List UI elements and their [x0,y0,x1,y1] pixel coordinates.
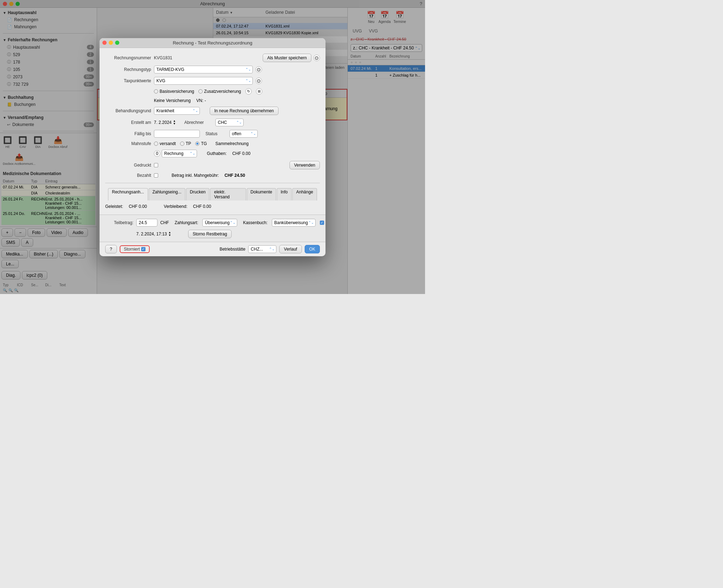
gedruckt-label: Gedruckt [105,163,151,168]
versandt-option[interactable]: versandt [154,141,176,146]
modal-tab-bar: Rechnungsanh... Zahlungseing... Drucken … [105,188,320,200]
verbleibend-value: CHF 0.00 [193,204,211,209]
zusatzversicherung-radio[interactable] [198,89,203,94]
footer-right: Betriebsstätte CHZ... Verlauf OK [220,245,320,253]
zahlungsart-dropdown[interactable]: Überweisung [203,219,237,226]
status-dropdown[interactable]: offen [230,130,249,137]
vn-label: VN: - [196,98,206,103]
rechnung-dropdown[interactable]: Rechnung [162,150,191,157]
storno-restbetrag-button[interactable]: Storno Restbetrag [188,230,232,238]
guthaben-value: CHF 0.00 [232,151,250,156]
faellig-status-row: Fällig bis Status offen [105,130,320,138]
tg-radio[interactable] [195,142,199,146]
tp-option[interactable]: TP [180,141,191,146]
faellig-bis-input[interactable] [154,130,200,138]
versandt-radio[interactable] [154,142,158,146]
currency-label: CHF [160,220,169,225]
behandlungsgrund-dropdown[interactable]: Krankheit [154,107,181,114]
tg-label: TG [201,141,207,146]
als-muster-button[interactable]: Als Muster speichern [263,54,311,62]
erstellt-am-control: 7. 2.2024 ▲ ▼ [154,120,176,125]
tg-option[interactable]: TG [195,141,207,146]
verwenden-button[interactable]: Verwenden [289,161,320,169]
ok-button[interactable]: OK [305,245,320,253]
in-neue-rechnung-button[interactable]: In neue Rechnung übernehmen [210,107,279,115]
beleg-label-row: Beleg [320,220,325,225]
mahnstufe-row: Mahnstufe versandt TP TG Sammelrechnung [105,141,320,146]
behandlungsgrund-row: Behandlungsgrund Krankheit In neue Rechn… [105,107,320,115]
modal-rechnung: Rechnung - Test Rechnungszuordnung Rechn… [100,38,325,256]
modal-title: Rechnung - Test Rechnungszuordnung [173,40,252,46]
modal-minimize-button[interactable] [109,41,113,45]
tab-drucken[interactable]: Drucken [186,188,210,200]
date-stepper[interactable]: ▲ ▼ [173,120,176,125]
basisversicherung-option[interactable]: Basisversicherung [154,89,194,94]
betriebsstaette-dropdown[interactable]: CHZ... [249,246,270,253]
modal-overlay: Rechnung - Test Rechnungszuordnung Rechn… [0,0,425,294]
verlauf-button[interactable]: Verlauf [279,245,301,253]
zusatzversicherung-label: Zusatzversicherung [204,89,241,94]
spinner-icon2: ⊙ [256,66,262,73]
abrechner-dropdown[interactable]: CHC [216,119,234,126]
storniert-label: Storniert [124,247,140,252]
tab-zahlungseing[interactable]: Zahlungseing... [149,188,185,200]
help-button[interactable]: ? [105,245,117,253]
betriebsstaette-select[interactable]: CHZ... [248,245,276,253]
tab-info[interactable]: Info [277,188,292,200]
beleg-checkbox[interactable] [320,221,324,225]
kassenbuch-select[interactable]: Banküberweisung [272,219,316,227]
rechnungsnummer-value: KVG1831 [154,55,172,60]
verwenden-container: Verwenden [289,161,320,169]
tab-anhaenge[interactable]: Anhänge [292,188,317,200]
verbleibend-label: Verbleibend: [164,204,187,209]
versicherung-radios: Basisversicherung Zusatzversicherung ↻ ⊞ [154,88,262,95]
spinner-icon3: ⊙ [256,78,262,84]
rechnungsnummer-row: Rechnungsnummer KVG1831 Als Muster speic… [105,54,320,62]
teilbetrag-label: Teilbetrag: [105,220,133,225]
modal-footer: ? Storniert Betriebsstätte CHZ... Verlau… [100,242,325,256]
storniert-checkbox[interactable] [141,247,145,251]
gedruckt-checkbox[interactable] [154,163,158,167]
mahnstufe-radios: versandt TP TG Sammelrechnung [154,141,249,146]
kassenbuch-dropdown[interactable]: Banküberweisung [272,219,315,226]
faellig-bis-label: Fällig bis [105,131,151,136]
payment-section: Teilbetrag: CHF Zahlungsart: Überweisung… [100,215,325,242]
betrag-inkl-value: CHF 24.50 [225,173,245,178]
guthaben-label: Guthaben: [207,151,227,156]
tab-rechnungsanh[interactable]: Rechnungsanh... [108,188,148,200]
keine-versicherung-row: Keine Versicherung VN: - [105,98,320,103]
basisversicherung-radio[interactable] [154,89,158,94]
modal-maximize-button[interactable] [115,41,119,45]
status-select[interactable]: offen [229,130,258,138]
geleistet-label: Geleistet: [105,204,123,209]
datetime-value: 7. 2.2024, 17:13 [136,232,167,236]
taxpunktwerte-dropdown[interactable]: KVG [154,77,173,84]
refresh-icon: ↻ [245,88,252,95]
behandlungsgrund-select[interactable]: Krankheit [154,107,200,115]
rechnungstyp-dropdown[interactable]: TARMED-KVG [154,66,192,73]
datetime-stepper[interactable]: ▲ ▼ [168,231,171,237]
teilbetrag-input[interactable] [136,219,157,227]
betriebsstaette-label: Betriebsstätte [220,247,245,252]
spinner-icon: ⊙ [313,55,320,61]
tab-elektr-versand[interactable]: elektr. Versand [210,188,246,200]
modal-window-controls[interactable] [102,41,119,45]
zahlungsart-select[interactable]: Überweisung [202,219,237,227]
tab-dokumente[interactable]: Dokumente [247,188,276,200]
rechnungstyp-label: Rechnungstyp [105,67,151,72]
behandlungsgrund-label: Behandlungsgrund [105,108,151,113]
payment-row2: 7. 2.2024, 17:13 ▲ ▼ Storno Restbetrag [105,230,320,238]
bezahlt-checkbox[interactable] [154,173,158,178]
zusatzversicherung-option[interactable]: Zusatzversicherung [198,89,241,94]
taxpunktwerte-select[interactable]: KVG [154,77,253,85]
modal-separator [105,183,320,183]
tp-radio[interactable] [180,142,184,146]
rechnungstyp-select[interactable]: TARMED-KVG [154,66,253,73]
bezahlt-row: Bezahlt Betrag inkl. Mahngebühr: CHF 24.… [105,173,320,178]
verwenden-row: Gedruckt Verwenden [105,161,320,169]
modal-close-button[interactable] [102,41,107,45]
erstellt-am-value: 7. 2.2024 [154,120,172,125]
abrechner-select[interactable]: CHC [215,119,244,126]
rechnung-select[interactable]: Rechnung [162,150,197,157]
modal-title-bar: Rechnung - Test Rechnungszuordnung [100,38,325,48]
